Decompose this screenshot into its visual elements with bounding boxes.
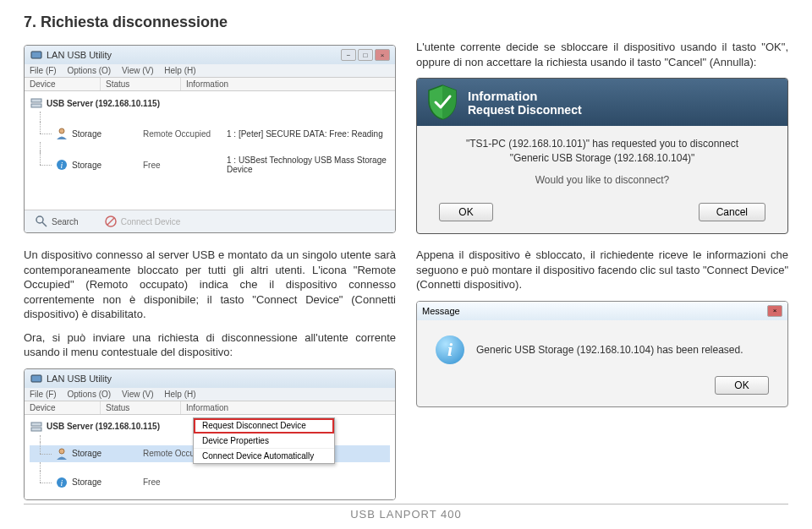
col-info: Information	[181, 401, 395, 414]
window-title: LAN USB Utility	[47, 50, 112, 60]
message-body: Generic USB Storage (192.168.10.104) has…	[476, 344, 743, 356]
window-titlebar: LAN USB Utility	[25, 369, 395, 388]
menu-options[interactable]: Options (O)	[67, 66, 111, 75]
paragraph-context-menu: Ora, si può inviare una richiesta di dis…	[24, 330, 396, 360]
device-tree: USB Server (192.168.10.115) Storage Remo…	[25, 91, 395, 210]
dialog-title: Information	[468, 89, 582, 103]
svg-text:i: i	[61, 161, 63, 170]
menu-file[interactable]: File (F)	[30, 390, 57, 399]
device-row-storage-free[interactable]: i Storage Free	[30, 474, 390, 491]
ok-button[interactable]: OK	[715, 376, 769, 395]
search-button[interactable]: Search	[35, 215, 79, 228]
paragraph-remote-occupied: Un dispositivo connesso al server USB e …	[24, 248, 396, 322]
svg-text:i: i	[61, 478, 63, 488]
close-button[interactable]: ×	[375, 49, 390, 61]
dialog-subtitle: Request Disconnect	[468, 103, 582, 117]
context-connect-auto[interactable]: Connect Device Automatically	[194, 449, 334, 463]
device-name: Storage	[72, 129, 140, 139]
svg-line-7	[42, 222, 47, 226]
menu-help[interactable]: Help (H)	[164, 66, 195, 75]
svg-point-6	[36, 216, 43, 223]
col-info: Information	[181, 78, 395, 90]
menu-view[interactable]: View (V)	[122, 66, 154, 75]
paragraph-unlocked: Appena il dispositivo è sbloccato, il ri…	[416, 248, 788, 292]
col-status: Status	[101, 78, 181, 90]
device-name: Storage	[72, 449, 140, 458]
message-title: Message	[422, 306, 460, 316]
dialog-header: Information Request Disconnect	[417, 79, 787, 126]
svg-rect-10	[31, 375, 41, 382]
svg-rect-1	[31, 99, 41, 102]
close-button[interactable]: ×	[767, 305, 782, 317]
app-icon	[30, 48, 43, 62]
connect-label: Connect Device	[121, 217, 181, 226]
lan-usb-utility-window: LAN USB Utility − □ × File (F) Options (…	[24, 45, 396, 233]
col-device: Device	[25, 401, 101, 414]
context-menu: Request Disconnect Device Device Propert…	[193, 417, 335, 464]
device-row-storage-occupied[interactable]: Storage Remote Occupied 1 : [Peter] SECU…	[30, 125, 390, 142]
info-icon: i	[436, 335, 464, 364]
device-status: Free	[143, 477, 223, 487]
server-label: USB Server (192.168.10.115)	[47, 422, 160, 431]
user-icon	[55, 127, 69, 140]
col-device: Device	[25, 78, 101, 90]
menu-file[interactable]: File (F)	[30, 66, 57, 75]
menubar: File (F) Options (O) View (V) Help (H)	[25, 64, 395, 78]
request-disconnect-dialog: Information Request Disconnect "TS1-PC (…	[416, 78, 788, 234]
message-titlebar: Message ×	[417, 302, 787, 320]
server-row[interactable]: USB Server (192.168.10.115)	[30, 95, 390, 112]
device-list-header: Device Status Information	[25, 78, 395, 91]
svg-point-13	[59, 449, 64, 454]
context-request-disconnect[interactable]: Request Disconnect Device	[194, 418, 334, 434]
menu-view[interactable]: View (V)	[122, 390, 154, 399]
menu-options[interactable]: Options (O)	[67, 390, 111, 399]
info-icon: i	[55, 158, 69, 172]
menu-help[interactable]: Help (H)	[164, 390, 195, 399]
user-icon	[55, 447, 69, 461]
window-titlebar: LAN USB Utility − □ ×	[25, 46, 395, 64]
footer-text: USB LANPORT 400	[350, 508, 462, 521]
device-info: 1 : [Peter] SECURE DATA: Free: Reading	[227, 129, 390, 139]
svg-rect-11	[31, 423, 41, 426]
svg-line-9	[107, 218, 114, 225]
info-icon: i	[55, 476, 69, 489]
server-icon	[30, 96, 43, 110]
device-list-header: Device Status Information	[25, 401, 395, 415]
svg-point-3	[59, 128, 64, 134]
window-title: LAN USB Utility	[47, 374, 112, 384]
device-status: Remote Occupied	[143, 129, 223, 139]
device-row-storage-free[interactable]: i Storage Free 1 : USBest Technology USB…	[30, 154, 390, 176]
intro-text: L'utente corrente decide se sbloccare il…	[416, 40, 788, 69]
device-name: Storage	[72, 477, 140, 487]
cancel-button[interactable]: Cancel	[699, 203, 765, 221]
dialog-question: Would you like to disconnect?	[432, 174, 772, 186]
bottom-toolbar: Search Connect Device	[25, 210, 395, 232]
dialog-line2: "Generic USB Storage (192.168.10.104)"	[432, 152, 772, 164]
server-icon	[30, 420, 43, 434]
device-name: Storage	[72, 161, 140, 170]
dialog-line1: "TS1-PC (192.168.10.101)" has requested …	[432, 138, 772, 150]
message-dialog: Message × i Generic USB Storage (192.168…	[416, 301, 788, 407]
minimize-button[interactable]: −	[341, 49, 356, 61]
svg-rect-12	[31, 428, 41, 431]
svg-rect-2	[31, 104, 41, 107]
col-status: Status	[101, 401, 181, 414]
section-heading: 7. Richiesta disconnessione	[24, 14, 788, 31]
shield-icon	[425, 84, 459, 121]
device-info: 1 : USBest Technology USB Mass Storage D…	[227, 155, 390, 174]
no-entry-icon	[104, 215, 118, 228]
search-label: Search	[52, 217, 79, 226]
maximize-button[interactable]: □	[358, 49, 373, 61]
menubar: File (F) Options (O) View (V) Help (H)	[25, 388, 395, 401]
ok-button[interactable]: OK	[439, 203, 493, 221]
search-icon	[35, 215, 48, 228]
server-label: USB Server (192.168.10.115)	[47, 99, 160, 108]
svg-rect-0	[31, 52, 41, 58]
connect-device-button: Connect Device	[104, 215, 181, 228]
context-device-properties[interactable]: Device Properties	[194, 434, 334, 449]
app-icon	[30, 372, 43, 385]
device-status: Free	[143, 161, 223, 170]
